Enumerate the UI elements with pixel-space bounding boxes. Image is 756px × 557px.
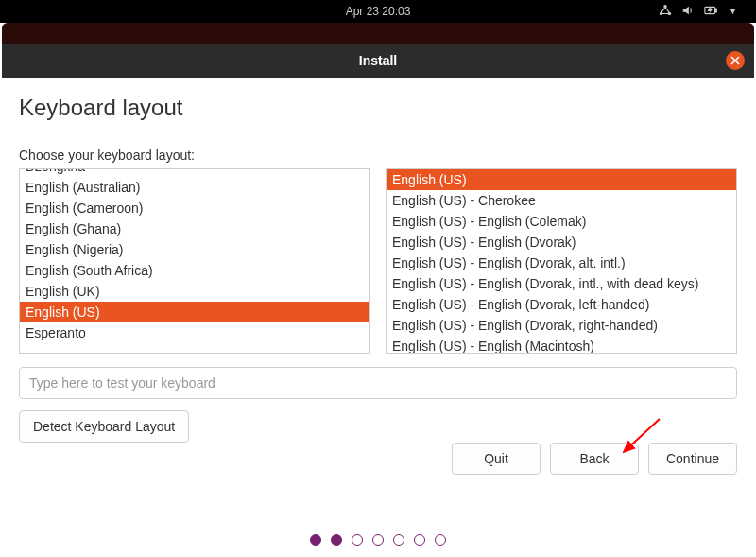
continue-button[interactable]: Continue: [648, 443, 737, 475]
list-item[interactable]: English (US): [20, 302, 369, 322]
detect-layout-button[interactable]: Detect Keyboard Layout: [19, 410, 189, 443]
window-decoration-strip: [2, 23, 754, 44]
step-dot: [352, 534, 363, 546]
list-item[interactable]: English (US) - English (Dvorak, alt. int…: [387, 252, 736, 273]
layout-variant-list[interactable]: English (US)English (US) - CherokeeEngli…: [386, 168, 737, 354]
topbar-status-area[interactable]: ▼: [659, 4, 737, 20]
list-item[interactable]: Dzongkha: [20, 168, 369, 177]
step-dot: [331, 534, 342, 546]
step-dot: [414, 534, 425, 546]
system-topbar: Apr 23 20:03 ▼: [0, 0, 756, 23]
step-dot: [310, 534, 321, 546]
window-titlebar: Install: [2, 44, 754, 78]
step-dot: [435, 534, 446, 546]
quit-button[interactable]: Quit: [452, 443, 541, 475]
battery-icon: [704, 4, 719, 20]
list-item[interactable]: English (US) - English (Dvorak): [387, 232, 736, 252]
back-button[interactable]: Back: [550, 443, 639, 475]
list-item[interactable]: English (US) - English (Macintosh): [387, 336, 736, 354]
chevron-down-icon: ▼: [729, 7, 737, 16]
step-indicator: [0, 534, 756, 546]
layout-language-list[interactable]: DzongkhaEnglish (Australian)English (Cam…: [19, 168, 370, 354]
list-item[interactable]: English (US) - English (Dvorak, left-han…: [387, 294, 736, 315]
list-item[interactable]: English (Cameroon): [20, 198, 369, 218]
volume-icon: [681, 4, 695, 20]
list-item[interactable]: English (UK): [20, 281, 369, 302]
list-item[interactable]: English (Australian): [20, 177, 369, 198]
list-item[interactable]: Esperanto: [20, 322, 369, 343]
list-item[interactable]: English (Nigeria): [20, 239, 369, 260]
installer-page: Keyboard layout Choose your keyboard lay…: [0, 78, 756, 443]
list-item[interactable]: English (US) - English (Dvorak, right-ha…: [387, 315, 736, 336]
list-item[interactable]: English (US) - English (Colemak): [387, 211, 736, 232]
list-item[interactable]: English (US) - Cherokee: [387, 190, 736, 211]
page-title: Keyboard layout: [19, 95, 737, 121]
list-item[interactable]: English (US) - English (Dvorak, intl., w…: [387, 273, 736, 294]
clock-label: Apr 23 20:03: [346, 5, 411, 18]
wizard-nav: Quit Back Continue: [452, 443, 737, 475]
list-item[interactable]: English (South Africa): [20, 260, 369, 281]
close-button[interactable]: [726, 51, 745, 70]
svg-rect-4: [715, 9, 717, 12]
network-icon: [659, 4, 672, 20]
layout-lists: DzongkhaEnglish (Australian)English (Cam…: [19, 168, 737, 354]
step-dot: [393, 534, 404, 546]
layout-prompt: Choose your keyboard layout:: [19, 148, 737, 163]
keyboard-test-input[interactable]: [19, 367, 737, 399]
list-item[interactable]: English (Ghana): [20, 218, 369, 239]
window-title: Install: [359, 53, 397, 68]
close-icon: [730, 52, 740, 69]
step-dot: [372, 534, 384, 546]
list-item[interactable]: English (US): [387, 169, 736, 190]
